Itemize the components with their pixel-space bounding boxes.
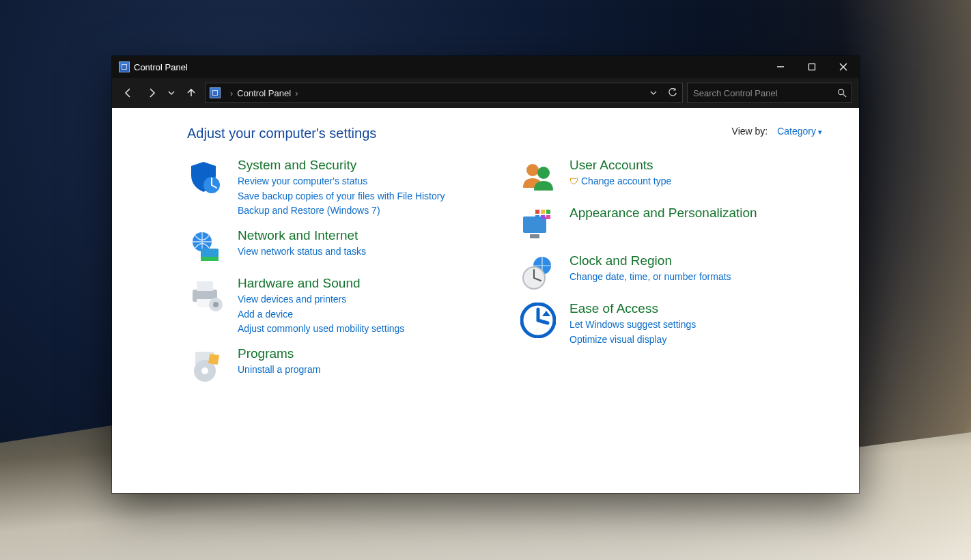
category-user-accounts: User Accounts Change account type xyxy=(519,158,824,196)
category-programs: Programs Uninstall a program xyxy=(187,346,492,384)
refresh-icon xyxy=(668,88,677,98)
svg-rect-0 xyxy=(777,66,784,67)
svg-point-16 xyxy=(526,164,539,176)
left-column: System and Security Review your computer… xyxy=(187,158,492,384)
svg-point-17 xyxy=(537,167,550,179)
category-link[interactable]: Change account type xyxy=(569,174,671,189)
svg-rect-25 xyxy=(546,215,550,219)
chevron-down-icon xyxy=(650,89,657,96)
appearance-icon xyxy=(519,206,557,244)
view-by-control: View by: Category xyxy=(732,126,822,137)
category-appearance-personalization: Appearance and Personalization xyxy=(519,206,824,244)
category-link[interactable]: View devices and printers xyxy=(238,292,404,307)
programs-disc-icon xyxy=(187,346,225,384)
right-column: User Accounts Change account type Appear… xyxy=(519,158,824,384)
category-link[interactable]: Uninstall a program xyxy=(238,363,320,378)
category-link[interactable]: Backup and Restore (Windows 7) xyxy=(238,204,445,219)
category-title[interactable]: Ease of Access xyxy=(569,301,696,316)
category-ease-of-access: Ease of Access Let Windows suggest setti… xyxy=(519,301,824,347)
refresh-button[interactable] xyxy=(663,83,682,102)
maximize-icon xyxy=(808,63,816,71)
window-controls xyxy=(765,56,859,78)
category-link[interactable]: Review your computer's status xyxy=(238,174,445,189)
svg-point-14 xyxy=(201,367,208,374)
minimize-button[interactable] xyxy=(765,56,796,78)
svg-rect-1 xyxy=(809,64,815,70)
search-box[interactable]: Search Control Panel xyxy=(687,83,852,103)
page-heading: Adjust your computer's settings xyxy=(187,126,824,141)
navigation-bar: › Control Panel › Search Control Panel xyxy=(112,78,859,108)
svg-rect-20 xyxy=(535,210,539,214)
titlebar[interactable]: Control Panel xyxy=(112,56,859,78)
category-network-internet: Network and Internet View network status… xyxy=(187,228,492,266)
printer-icon xyxy=(187,276,225,314)
category-title[interactable]: Hardware and Sound xyxy=(238,276,404,291)
svg-rect-23 xyxy=(535,215,539,219)
svg-rect-24 xyxy=(541,215,545,219)
category-title[interactable]: Appearance and Personalization xyxy=(569,206,757,221)
category-title[interactable]: User Accounts xyxy=(569,158,671,173)
control-panel-window: Control Panel › Co xyxy=(112,56,859,493)
category-link[interactable]: Adjust commonly used mobility settings xyxy=(238,322,404,337)
category-link[interactable]: Change date, time, or number formats xyxy=(569,270,731,285)
category-title[interactable]: Network and Internet xyxy=(238,228,366,243)
svg-rect-19 xyxy=(530,234,539,238)
svg-rect-8 xyxy=(197,281,213,291)
category-link[interactable]: View network status and tasks xyxy=(238,244,366,260)
breadcrumb-separator: › xyxy=(230,88,233,98)
close-button[interactable] xyxy=(828,56,859,78)
category-title[interactable]: Programs xyxy=(238,346,320,361)
category-hardware-sound: Hardware and Sound View devices and prin… xyxy=(187,276,492,337)
view-by-dropdown[interactable]: Category xyxy=(777,126,822,137)
back-button[interactable] xyxy=(119,83,138,102)
recent-locations-button[interactable] xyxy=(165,83,178,102)
svg-rect-21 xyxy=(541,210,545,214)
close-icon xyxy=(839,63,847,71)
view-by-label: View by: xyxy=(732,126,768,137)
forward-button[interactable] xyxy=(142,83,161,102)
address-history-button[interactable] xyxy=(644,83,663,102)
clock-globe-icon xyxy=(519,253,557,292)
arrow-right-icon xyxy=(146,87,157,98)
address-icon xyxy=(210,87,221,98)
ease-of-access-icon xyxy=(519,301,557,339)
svg-point-2 xyxy=(839,89,844,95)
category-title[interactable]: System and Security xyxy=(238,158,445,173)
up-button[interactable] xyxy=(182,83,201,102)
svg-rect-22 xyxy=(546,210,550,214)
shield-system-icon xyxy=(187,158,225,196)
search-placeholder: Search Control Panel xyxy=(688,88,832,98)
chevron-down-icon xyxy=(168,89,175,96)
content-area: Adjust your computer's settings View by:… xyxy=(112,108,859,493)
arrow-left-icon xyxy=(123,87,134,98)
svg-rect-15 xyxy=(208,354,219,365)
maximize-button[interactable] xyxy=(796,56,828,78)
user-accounts-icon xyxy=(519,158,557,196)
category-clock-region: Clock and Region Change date, time, or n… xyxy=(519,253,824,292)
arrow-up-icon xyxy=(186,87,197,98)
address-location[interactable]: Control Panel xyxy=(237,88,291,98)
category-link[interactable]: Add a device xyxy=(238,307,404,322)
category-link[interactable]: Save backup copies of your files with Fi… xyxy=(238,189,445,204)
minimize-icon xyxy=(776,63,785,71)
search-button[interactable] xyxy=(832,88,852,98)
window-title: Control Panel xyxy=(134,62,188,72)
network-globe-icon xyxy=(187,228,225,266)
svg-point-11 xyxy=(213,302,219,307)
category-link[interactable]: Optimize visual display xyxy=(569,333,696,348)
category-link[interactable]: Let Windows suggest settings xyxy=(569,318,696,333)
address-bar[interactable]: › Control Panel › xyxy=(205,83,683,103)
control-panel-icon xyxy=(119,61,130,72)
category-system-security: System and Security Review your computer… xyxy=(187,158,492,219)
breadcrumb-separator: › xyxy=(295,88,298,98)
category-columns: System and Security Review your computer… xyxy=(187,158,824,384)
svg-rect-6 xyxy=(201,257,219,261)
category-title[interactable]: Clock and Region xyxy=(569,253,731,268)
search-icon xyxy=(837,88,847,98)
